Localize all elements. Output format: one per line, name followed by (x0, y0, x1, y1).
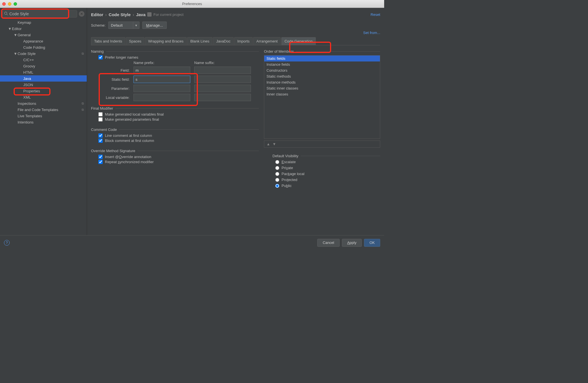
titlebar: Preferences (0, 0, 384, 8)
search-icon (4, 12, 8, 16)
prefer-longer-checkbox[interactable]: Prefer longer names (98, 55, 259, 59)
set-from-link[interactable]: Set from... (363, 31, 380, 35)
svg-point-0 (5, 12, 7, 14)
tab-imports[interactable]: Imports (234, 37, 253, 45)
reorder-buttons: ▲ ▼ (264, 141, 380, 148)
visibility-radio-group: EscalatePrivatePackage localProtectedPub… (275, 160, 380, 188)
sidebar-item-xml[interactable]: XML (0, 94, 87, 100)
prefer-longer-label: Prefer longer names (105, 55, 138, 59)
sidebar-item-json[interactable]: JSON (0, 82, 87, 88)
sidebar-item-file-and-code-templates[interactable]: File and Code Templates⧉ (0, 107, 87, 113)
final-param-checkbox[interactable]: Make generated parameters final (98, 117, 259, 122)
order-item[interactable]: Static fields (264, 56, 380, 61)
order-item[interactable]: Instance methods (264, 79, 380, 85)
move-down-icon[interactable]: ▼ (272, 142, 276, 146)
tab-wrapping-and-braces[interactable]: Wrapping and Braces (145, 37, 187, 45)
move-up-icon[interactable]: ▲ (266, 142, 270, 146)
scheme-dropdown[interactable]: Default ▾ (108, 22, 139, 29)
ok-button[interactable]: OK (364, 239, 380, 247)
name-prefix-header: Name prefix: (134, 61, 190, 65)
breadcrumb-editor[interactable]: Editor (91, 12, 103, 17)
tab-tabs-and-indents[interactable]: Tabs and Indents (91, 37, 125, 45)
sidebar-item-general[interactable]: ▼General (0, 32, 87, 38)
field-label: Field: (98, 68, 130, 73)
sidebar-item-appearance[interactable]: Appearance (0, 38, 87, 44)
sidebar-item-inspections[interactable]: Inspections⧉ (0, 100, 87, 107)
order-item[interactable]: Static methods (264, 73, 380, 79)
sidebar-item-java[interactable]: Java (0, 75, 87, 82)
apply-button[interactable]: Apply (342, 239, 362, 247)
final-modifier-title: Final Modifier (91, 106, 259, 110)
scheme-value: Default (111, 23, 122, 27)
visibility-option[interactable]: Private (275, 166, 380, 170)
order-item[interactable]: Instance fields (264, 61, 380, 67)
tab-spaces[interactable]: Spaces (126, 37, 144, 45)
tab-code-generation[interactable]: Code Generation (281, 37, 316, 45)
search-input[interactable] (2, 10, 77, 18)
order-members-title: Order of Members (264, 49, 380, 54)
local-variable-label: Local variable: (98, 95, 130, 100)
sidebar-item-properties[interactable]: Properties (0, 88, 87, 94)
default-visibility-title: Default Visibility (272, 154, 380, 158)
project-scope-label: For current project (153, 12, 183, 17)
line-comment-checkbox[interactable]: Line comment at first column (98, 133, 259, 138)
repeat-synchronized-checkbox[interactable]: Repeat synchronized modifier (98, 160, 259, 164)
visibility-option[interactable]: Public (275, 184, 380, 188)
static-field-label: Static field: (98, 77, 130, 82)
block-comment-checkbox[interactable]: Block comment at first column (98, 139, 259, 143)
parameter-prefix-input[interactable] (134, 85, 190, 92)
order-item[interactable]: Constructors (264, 67, 380, 73)
chevron-down-icon: ▾ (133, 22, 139, 29)
settings-tree: Keymap▼Editor▼GeneralAppearanceCode Fold… (0, 19, 87, 235)
tab-blank-lines[interactable]: Blank Lines (187, 37, 212, 45)
order-item[interactable]: Inner classes (264, 91, 380, 97)
breadcrumb: Editor › Code Style › Java For current p… (91, 12, 183, 17)
sidebar-item-html[interactable]: HTML (0, 69, 87, 75)
project-scope-icon: ⧉ (82, 102, 84, 105)
visibility-option[interactable]: Escalate (275, 160, 380, 164)
project-scope-icon: ⧉ (82, 52, 84, 56)
tabs-bar: Tabs and IndentsSpacesWrapping and Brace… (91, 37, 380, 45)
scheme-label: Scheme: (91, 23, 105, 27)
final-local-checkbox[interactable]: Make generated local variables final (98, 112, 259, 116)
search-clear-icon[interactable]: ✕ (79, 11, 84, 17)
order-item[interactable]: Static inner classes (264, 85, 380, 91)
tab-arrangement[interactable]: Arrangement (253, 37, 281, 45)
sidebar: ✕ Keymap▼Editor▼GeneralAppearanceCode Fo… (0, 8, 87, 235)
field-suffix-input[interactable] (194, 67, 251, 74)
svg-line-1 (7, 14, 8, 15)
field-prefix-input[interactable] (134, 67, 190, 74)
help-icon[interactable]: ? (4, 240, 10, 246)
name-suffix-header: Name suffix: (194, 61, 251, 65)
project-scope-icon (147, 12, 151, 16)
reset-link[interactable]: Reset (371, 12, 380, 17)
sidebar-item-groovy[interactable]: Groovy (0, 63, 87, 69)
local-variable-prefix-input[interactable] (134, 94, 190, 101)
visibility-option[interactable]: Package local (275, 172, 380, 176)
order-members-list[interactable]: Static fieldsInstance fieldsConstructors… (264, 55, 380, 139)
breadcrumb-code-style[interactable]: Code Style (109, 12, 131, 17)
sidebar-item-intentions[interactable]: Intentions (0, 119, 87, 125)
search-wrap (2, 10, 77, 18)
sidebar-item-live-templates[interactable]: Live Templates (0, 113, 87, 119)
comment-code-title: Comment Code (91, 127, 259, 132)
sidebar-item-keymap[interactable]: Keymap (0, 19, 87, 25)
sidebar-item-code-style[interactable]: ▼Code Style⧉ (0, 50, 87, 57)
local-variable-suffix-input[interactable] (194, 94, 251, 101)
breadcrumb-java: Java (136, 12, 145, 17)
visibility-option[interactable]: Protected (275, 178, 380, 182)
manage-button[interactable]: Manage... (142, 22, 166, 29)
static-field-suffix-input[interactable] (194, 76, 251, 83)
override-signature-title: Override Method Signature (91, 149, 259, 153)
tab-javadoc[interactable]: JavaDoc (213, 37, 234, 45)
prefer-longer-input[interactable] (98, 55, 103, 59)
cancel-button[interactable]: Cancel (317, 239, 339, 247)
insert-override-checkbox[interactable]: Insert @Override annotation (98, 155, 259, 159)
footer: ? Cancel Apply OK (0, 235, 384, 250)
sidebar-item-c-c-[interactable]: C/C++ (0, 57, 87, 63)
sidebar-item-editor[interactable]: ▼Editor (0, 25, 87, 32)
parameter-suffix-input[interactable] (194, 85, 251, 92)
sidebar-item-code-folding[interactable]: Code Folding (0, 44, 87, 50)
static-field-prefix-input[interactable] (134, 76, 190, 83)
naming-section-title: Naming (91, 49, 259, 54)
